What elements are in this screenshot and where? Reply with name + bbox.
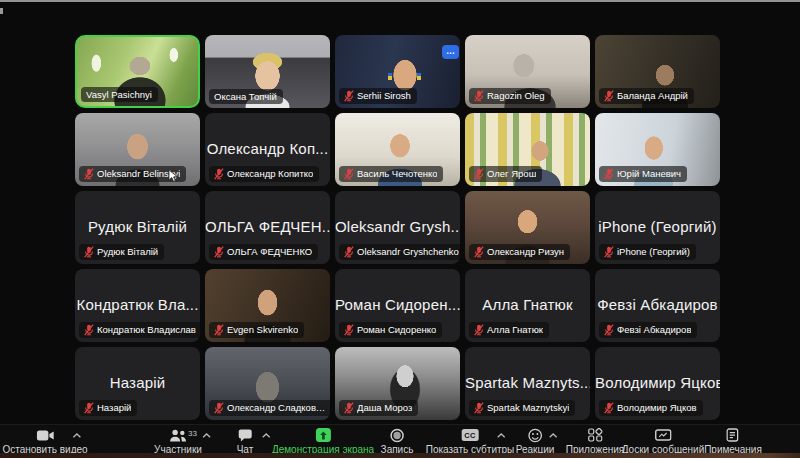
video-tile-oleh-yarosh[interactable]: Олег Ярош bbox=[465, 113, 590, 186]
participant-name: Володимир Яцков bbox=[617, 402, 697, 413]
participant-name: Олег Ярош bbox=[487, 168, 536, 179]
whiteboards-button[interactable]: Доски сообщений bbox=[622, 428, 705, 455]
muted-mic-icon bbox=[84, 246, 94, 258]
participant-name: Serhii Sirosh bbox=[357, 90, 411, 101]
name-label: iPhone (Георгий) bbox=[599, 244, 696, 261]
participant-display-name: Володимир Яцков bbox=[595, 374, 720, 391]
name-label: Spartak Maznytskyi bbox=[469, 400, 575, 417]
muted-mic-icon bbox=[474, 90, 484, 102]
name-label: Олександр Ризун bbox=[469, 244, 570, 261]
name-label: Serhii Sirosh bbox=[339, 88, 417, 105]
participant-name: ОЛЬГА ФЕДЧЕНКО bbox=[227, 246, 312, 257]
video-tile-fevzi-abkadyrov[interactable]: Февзі Абкадиров Февзі Абкадиров bbox=[595, 269, 720, 342]
name-label: Ragozin Oleg bbox=[469, 88, 551, 105]
participant-name: Алла Гнатюк bbox=[487, 324, 543, 335]
video-tile-oleksandr-belinskyi[interactable]: Oleksandr Belinskyi bbox=[75, 113, 200, 186]
name-label: Даша Мороз bbox=[339, 400, 418, 417]
share-screen-icon bbox=[316, 428, 331, 442]
participant-display-name: Февзі Абкадиров bbox=[595, 296, 720, 313]
muted-mic-icon bbox=[84, 168, 94, 180]
notes-icon bbox=[726, 428, 739, 442]
participant-display-name: Олександр Коп... bbox=[205, 140, 330, 157]
name-label: Роман Сидоренко bbox=[339, 322, 442, 339]
video-tile-nazarii[interactable]: Назарій Назарій bbox=[75, 347, 200, 420]
video-tile-oleksandr-gryshchenko[interactable]: Oleksandr Grysh... Oleksandr Gryshchenko bbox=[335, 191, 460, 264]
participant-display-name: iPhone (Георгий) bbox=[595, 218, 720, 235]
closed-captions-icon: CC bbox=[462, 429, 479, 441]
video-tile-dasha-moroz[interactable]: Даша Мороз bbox=[335, 347, 460, 420]
participant-name: Evgen Skvirenko bbox=[227, 324, 298, 335]
chat-icon bbox=[238, 429, 253, 442]
participant-name: Олександр Сладковський bbox=[227, 402, 329, 413]
participant-name: iPhone (Георгий) bbox=[617, 246, 690, 257]
video-tile-oksana-topchii[interactable]: Оксана Топчій bbox=[205, 35, 330, 108]
muted-mic-icon bbox=[604, 246, 614, 258]
video-tile-vasyl-pasichnyi[interactable]: Vasyl Pasichnyi bbox=[75, 35, 200, 108]
participant-display-name: Рудюк Віталій bbox=[75, 218, 200, 235]
muted-mic-icon bbox=[344, 90, 354, 102]
video-grid: Vasyl Pasichnyi Оксана Топчій … Serhii S… bbox=[75, 35, 720, 420]
video-tile-roman-sydorenko[interactable]: Роман Сидорен... Роман Сидоренко bbox=[335, 269, 460, 342]
video-tile-iphone-georgiy[interactable]: iPhone (Георгий) iPhone (Георгий) bbox=[595, 191, 720, 264]
participant-name: Февзі Абкадиров bbox=[617, 324, 691, 335]
name-label: Vasyl Pasichnyi bbox=[81, 87, 158, 103]
participant-display-name: Spartak Maznyts... bbox=[465, 374, 590, 391]
captions-button[interactable]: CC Показать субтитры bbox=[426, 428, 515, 455]
video-tile-vasyl-chechotenko[interactable]: Василь Чечотенко bbox=[335, 113, 460, 186]
video-tile-serhii-sirosh[interactable]: … Serhii Sirosh bbox=[335, 35, 460, 108]
video-camera-icon bbox=[36, 429, 54, 442]
chat-button[interactable]: Чат bbox=[237, 428, 254, 455]
video-tile-alla-hnatiuk[interactable]: Алла Гнатюк Алла Гнатюк bbox=[465, 269, 590, 342]
muted-mic-icon bbox=[214, 324, 224, 336]
participant-name: Spartak Maznytskyi bbox=[487, 402, 569, 413]
tile-more-options-button[interactable]: … bbox=[442, 45, 459, 59]
participant-name: Vasyl Pasichnyi bbox=[86, 89, 152, 100]
video-tile-rudiuk-vitalii[interactable]: Рудюк Віталій Рудюк Віталій bbox=[75, 191, 200, 264]
window-top-edge bbox=[0, 0, 800, 2]
participants-button[interactable]: 33 Участники bbox=[154, 428, 202, 455]
participant-name: Василь Чечотенко bbox=[357, 168, 437, 179]
name-label: Василь Чечотенко bbox=[339, 166, 443, 183]
name-label: ОЛЬГА ФЕДЧЕНКО bbox=[209, 244, 318, 261]
muted-mic-icon bbox=[604, 90, 614, 102]
video-tile-spartak-maznytskyi[interactable]: Spartak Maznyts... Spartak Maznytskyi bbox=[465, 347, 590, 420]
notes-button[interactable]: Примечания bbox=[704, 428, 762, 455]
video-tile-oleksandr-ryzun[interactable]: Олександр Ризун bbox=[465, 191, 590, 264]
participant-name: Рудюк Віталій bbox=[97, 246, 158, 257]
chevron-up-icon[interactable] bbox=[202, 433, 211, 438]
bottom-edge-strip bbox=[0, 453, 800, 458]
participant-name: Oleksandr Gryshchenko bbox=[357, 246, 459, 257]
share-screen-button[interactable]: Демонстрация экрана bbox=[272, 428, 374, 455]
muted-mic-icon bbox=[474, 246, 484, 258]
participant-name: Назарій bbox=[97, 402, 131, 413]
video-tile-yurii-manevych[interactable]: Юрій Маневич bbox=[595, 113, 720, 186]
muted-mic-icon bbox=[344, 324, 354, 336]
muted-mic-icon bbox=[474, 402, 484, 414]
chevron-up-icon[interactable] bbox=[549, 433, 558, 438]
apps-icon bbox=[587, 428, 602, 442]
participant-name: Оксана Топчій bbox=[214, 91, 277, 102]
video-tile-balanda-andrii[interactable]: Баланда Андрій bbox=[595, 35, 720, 108]
video-tile-ragozin-oleg[interactable]: Ragozin Oleg bbox=[465, 35, 590, 108]
reactions-button[interactable]: Реакции bbox=[516, 428, 555, 455]
record-button[interactable]: Запись bbox=[381, 428, 414, 455]
video-tile-oleksandr-sladkovskyi[interactable]: Олександр Сладковський bbox=[205, 347, 330, 420]
video-tile-volodymyr-yatskov[interactable]: Володимир Яцков Володимир Яцков bbox=[595, 347, 720, 420]
window-edge-artifact bbox=[0, 8, 3, 14]
video-tile-evgen-skvirenko[interactable]: Evgen Skvirenko bbox=[205, 269, 330, 342]
video-tile-olha-fedchenko[interactable]: ОЛЬГА ФЕДЧЕН... ОЛЬГА ФЕДЧЕНКО bbox=[205, 191, 330, 264]
participant-name: Роман Сидоренко bbox=[357, 324, 436, 335]
mouse-cursor bbox=[168, 169, 179, 183]
name-label: Кондратюк Владислав bbox=[79, 322, 200, 339]
muted-mic-icon bbox=[214, 246, 224, 258]
record-icon bbox=[390, 428, 405, 443]
name-label: Evgen Skvirenko bbox=[209, 322, 304, 339]
video-tile-kondratiuk-vladyslav[interactable]: Кондратюк Вла... Кондратюк Владислав bbox=[75, 269, 200, 342]
chevron-up-icon[interactable] bbox=[72, 433, 81, 438]
name-label: Володимир Яцков bbox=[599, 400, 703, 417]
video-tile-oleksandr-kopytko[interactable]: Олександр Коп... Олександр Копитко bbox=[205, 113, 330, 186]
chevron-up-icon[interactable] bbox=[262, 433, 271, 438]
chevron-up-icon[interactable] bbox=[497, 433, 506, 438]
apps-button[interactable]: Приложения bbox=[566, 428, 625, 455]
stop-video-button[interactable]: Остановить видео bbox=[2, 428, 87, 455]
